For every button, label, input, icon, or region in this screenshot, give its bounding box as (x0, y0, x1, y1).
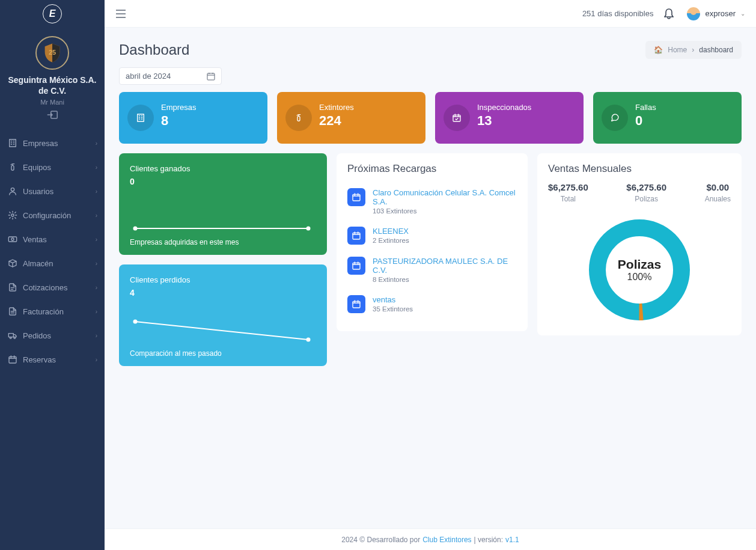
stat-card-fallas[interactable]: Fallas 0 (593, 92, 742, 144)
crumb-home[interactable]: Home (668, 46, 687, 54)
truck-icon (7, 331, 18, 340)
sidebar-item-label: Pedidos (23, 331, 51, 340)
checklist-icon (444, 105, 470, 131)
lost-footer: Comparación al mes pasado (130, 349, 316, 358)
recharge-company[interactable]: Claro Comunicación Celular S.A. Comcel S… (373, 188, 517, 206)
donut-percent: 100% (627, 272, 652, 283)
building-icon (7, 138, 18, 148)
enter-icon[interactable] (47, 111, 58, 119)
recharge-item[interactable]: KLEENEX 2 Extintores (347, 221, 517, 251)
sales-amount: $6,275.60 (626, 182, 666, 192)
month-picker[interactable]: abril de 2024 (119, 67, 222, 85)
sidebar-item-label: Facturación (23, 307, 64, 316)
hamburger-icon[interactable] (115, 10, 126, 18)
footer: 2024 © Desarrollado por Club Extintores … (105, 528, 756, 550)
footer-brand-link[interactable]: Club Extintores (422, 536, 471, 544)
recharge-item[interactable]: PASTEURIZADORA MAULEC S.A. DE C.V. 8 Ext… (347, 251, 517, 289)
company-user: Mr Mani (40, 99, 64, 106)
sidebar-item-equipos[interactable]: Equipos › (0, 155, 105, 179)
stat-label: Inspeccionados (477, 103, 573, 112)
chevron-right-icon: › (96, 284, 97, 291)
breadcrumb: 🏠 Home › dashboard (645, 41, 742, 59)
sales-amount: $6,275.60 (548, 182, 588, 192)
sidebar-item-label: Empresas (23, 139, 58, 148)
chevron-right-icon: › (96, 212, 97, 219)
quote-icon (7, 283, 18, 292)
chevron-right-icon: › (692, 46, 694, 54)
svg-rect-8 (8, 334, 13, 337)
sidebar-item-almacen[interactable]: Almacén › (0, 251, 105, 275)
bell-icon[interactable] (664, 8, 674, 19)
recharge-item[interactable]: ventas 35 Extintores (347, 289, 517, 319)
card-clients-gained: Clientes ganados 0 Empresas adquiridas e… (119, 153, 327, 255)
stat-card-extintores[interactable]: Extintores 224 (277, 92, 425, 144)
home-icon: 🏠 (654, 46, 663, 54)
svg-point-21 (306, 338, 311, 342)
svg-point-9 (10, 337, 11, 339)
chevron-right-icon: › (96, 236, 97, 243)
brand-logo-mark: E (43, 4, 62, 23)
svg-rect-13 (138, 114, 144, 121)
topbar: 251 días disponibles exproser ⌄ (105, 0, 756, 28)
sidebar-item-facturacion[interactable]: Facturación › (0, 299, 105, 323)
sales-col-polizas: $6,275.60 Polizas (626, 182, 666, 203)
sidebar-item-label: Cotizaciones (23, 283, 67, 292)
stat-label: Fallas (635, 103, 731, 112)
recharges-title: Próximas Recargas (347, 163, 517, 175)
sidebar-item-cotizaciones[interactable]: Cotizaciones › (0, 275, 105, 299)
svg-rect-25 (353, 301, 360, 308)
brand-logo[interactable]: E (0, 0, 105, 28)
recharges-list: Claro Comunicación Celular S.A. Comcel S… (347, 182, 517, 319)
chevron-down-icon: ⌄ (740, 10, 745, 17)
sidebar-item-reservas[interactable]: Reservas › (0, 347, 105, 371)
stat-value: 8 (161, 113, 257, 129)
recharge-company[interactable]: ventas (373, 295, 413, 304)
recharge-count: 8 Extintores (373, 276, 517, 283)
recharge-company[interactable]: PASTEURIZADORA MAULEC S.A. DE C.V. (373, 257, 517, 275)
donut-label: Polizas (618, 257, 661, 272)
gained-footer: Empresas adquiridas en este mes (130, 238, 316, 246)
lost-value: 4 (130, 288, 316, 298)
chevron-right-icon: › (96, 356, 97, 363)
svg-point-17 (133, 227, 138, 231)
svg-rect-6 (8, 237, 16, 242)
stat-value: 13 (477, 113, 573, 129)
recharge-count: 103 Extintores (373, 207, 517, 215)
user-menu[interactable]: exproser ⌄ (687, 7, 745, 20)
calendar-icon (347, 257, 365, 275)
user-icon (7, 186, 18, 196)
chat-icon (602, 105, 628, 131)
calendar-icon (347, 188, 365, 206)
lost-title: Clientes perdidos (130, 275, 316, 284)
recharge-company[interactable]: KLEENEX (373, 227, 409, 236)
stat-card-empresas[interactable]: Empresas 8 (119, 92, 267, 144)
svg-rect-12 (207, 73, 215, 80)
recharge-item[interactable]: Claro Comunicación Celular S.A. Comcel S… (347, 182, 517, 221)
gear-icon (7, 210, 18, 220)
building-icon (127, 105, 154, 131)
page-title: Dashboard (119, 41, 189, 58)
calendar-icon (207, 72, 215, 81)
sidebar-item-pedidos[interactable]: Pedidos › (0, 323, 105, 347)
recharge-count: 35 Extintores (373, 305, 413, 313)
calendar-icon (347, 295, 365, 313)
svg-point-10 (14, 337, 16, 339)
sidebar-item-empresas[interactable]: Empresas › (0, 131, 105, 155)
sidebar-item-label: Ventas (23, 235, 47, 244)
chevron-right-icon: › (96, 308, 97, 315)
chevron-right-icon: › (96, 164, 97, 171)
calendar-icon (7, 355, 18, 364)
sidebar-item-ventas[interactable]: Ventas › (0, 227, 105, 251)
card-clients-lost: Clientes perdidos 4 Comparación al mes p… (119, 264, 327, 366)
footer-version-link[interactable]: v1.1 (505, 536, 519, 544)
sidebar-item-usuarios[interactable]: Usuarios › (0, 179, 105, 203)
sales-label: Anuales (705, 195, 731, 203)
svg-rect-24 (353, 263, 360, 269)
sidebar-item-label: Equipos (23, 163, 51, 172)
card-monthly-sales: Ventas Mensuales $6,275.60 Total$6,275.6… (537, 153, 742, 335)
month-picker-value: abril de 2024 (126, 72, 171, 81)
stat-card-inspeccionados[interactable]: Inspeccionados 13 (435, 92, 584, 144)
svg-point-7 (11, 238, 14, 240)
sidebar-item-configuracion[interactable]: Configuración › (0, 203, 105, 227)
gained-sparkline (130, 198, 316, 234)
